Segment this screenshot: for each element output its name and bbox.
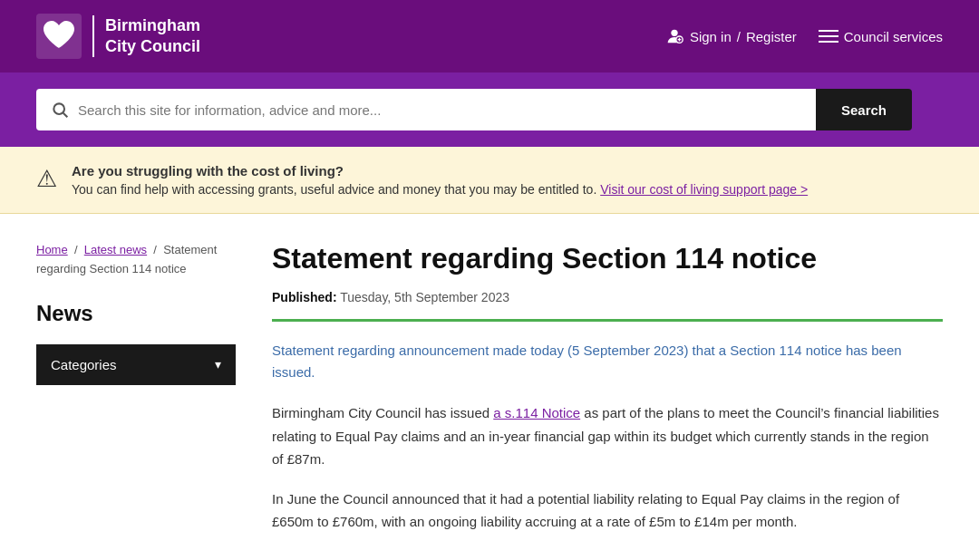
header-nav: Sign in / Register Council services (664, 26, 943, 46)
banner-content: Are you struggling with the cost of livi… (72, 163, 808, 197)
search-input[interactable] (78, 102, 801, 118)
bcc-logo-icon (36, 14, 82, 59)
article-body-para1: Birmingham City Council has issued a s.1… (272, 401, 943, 471)
council-services-area[interactable]: Council services (819, 29, 943, 44)
person-icon (664, 26, 684, 46)
register-label[interactable]: Register (746, 29, 797, 44)
search-button[interactable]: Search (816, 89, 912, 130)
hamburger-icon (819, 30, 838, 43)
logo-area[interactable]: Birmingham City Council (36, 14, 200, 59)
sign-in-label[interactable]: Sign in (690, 29, 732, 44)
search-input-wrap (36, 89, 816, 130)
breadcrumb: Home / Latest news / Statement regarding… (36, 241, 236, 279)
article-body-para2: In June the Council announced that it ha… (272, 488, 943, 534)
main-content: Home / Latest news / Statement regarding… (0, 214, 979, 560)
article: Statement regarding Section 114 notice P… (272, 241, 943, 550)
svg-point-1 (671, 30, 677, 36)
search-icon (51, 101, 69, 119)
article-title: Statement regarding Section 114 notice (272, 241, 943, 275)
breadcrumb-latest-news[interactable]: Latest news (84, 243, 147, 256)
logo-text: Birmingham City Council (92, 15, 200, 58)
banner-title: Are you struggling with the cost of livi… (72, 163, 808, 179)
sidebar: Home / Latest news / Statement regarding… (36, 241, 236, 550)
article-published: Published: Tuesday, 5th September 2023 (272, 290, 943, 304)
s114-notice-link[interactable]: a s.114 Notice (493, 405, 580, 420)
site-header: Birmingham City Council Sign in / Regist… (0, 0, 979, 72)
svg-line-4 (63, 113, 68, 118)
article-intro: Statement regarding announcement made to… (272, 340, 943, 383)
nav-divider: / (737, 29, 741, 44)
breadcrumb-home[interactable]: Home (36, 243, 68, 256)
sidebar-section-title: News (36, 301, 236, 326)
banner-text: You can find help with accessing grants,… (72, 182, 808, 197)
sign-in-area[interactable]: Sign in / Register (664, 26, 797, 46)
svg-point-3 (53, 103, 64, 114)
article-divider (272, 319, 943, 322)
chevron-down-icon: ▾ (215, 357, 221, 372)
search-bar: Search (0, 72, 979, 147)
categories-button[interactable]: Categories ▾ (36, 344, 236, 385)
warning-icon: ⚠ (36, 165, 57, 193)
cost-of-living-banner: ⚠ Are you struggling with the cost of li… (0, 147, 979, 214)
banner-link[interactable]: Visit our cost of living support page > (600, 182, 808, 197)
council-services-label[interactable]: Council services (844, 29, 943, 44)
